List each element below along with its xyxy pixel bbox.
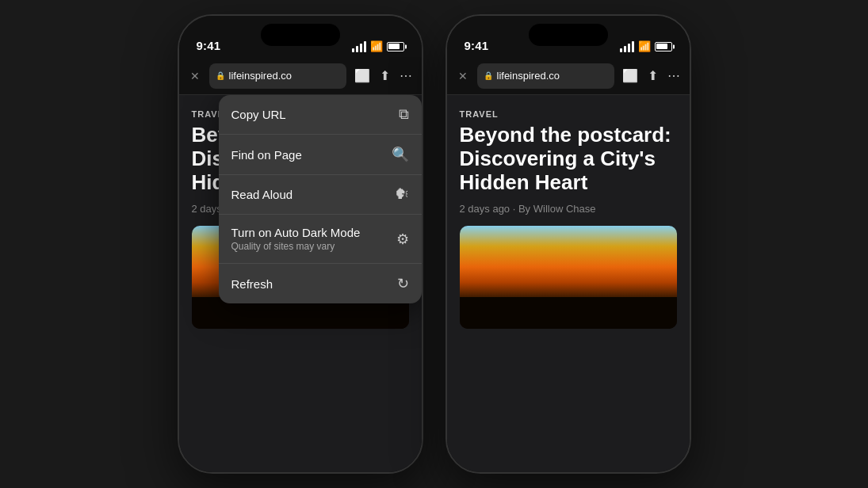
battery-icon-left <box>387 42 404 51</box>
content-label-right: TRAVEL <box>460 109 677 119</box>
search-icon: 🔍 <box>392 146 409 163</box>
gear-icon: ⚙ <box>396 231 409 248</box>
bookmark-button-right[interactable]: ⬜ <box>621 67 640 85</box>
battery-icon-right <box>655 42 672 51</box>
close-button-right[interactable]: ✕ <box>455 67 471 86</box>
content-meta-right: 2 days ago · By Willow Chase <box>460 203 677 215</box>
share-button-left[interactable]: ⬆ <box>378 67 392 85</box>
close-button-left[interactable]: ✕ <box>187 67 203 86</box>
signal-icon-right <box>620 41 634 52</box>
dropdown-menu: Copy URL ⧉ Find on Page 🔍 Read Aloud 🗣 T… <box>219 95 422 303</box>
wifi-icon-right: 📶 <box>638 40 651 52</box>
more-button-left[interactable]: ⋯ <box>398 67 414 85</box>
browser-bar-right: ✕ 🔒 lifeinspired.co ⬜ ⬆ ⋯ <box>447 57 690 95</box>
lock-icon-right: 🔒 <box>484 71 493 80</box>
menu-item-copy-url-label: Copy URL <box>231 108 286 121</box>
right-phone: 9:41 📶 ✕ 🔒 lifeinspired.co ⬜ ⬆ ⋯ TRAVEL … <box>445 14 691 474</box>
menu-item-refresh[interactable]: Refresh ↻ <box>219 264 422 303</box>
read-aloud-icon: 🗣 <box>395 186 409 203</box>
page-content-right: TRAVEL Beyond the postcard: Discovering … <box>447 95 690 472</box>
page-content-left: TRAVEL BeyondDiscov...Hidde... 2 days ag… <box>179 95 422 472</box>
menu-item-dark-label: Turn on Auto Dark Mode <box>231 226 361 239</box>
menu-item-find-on-page[interactable]: Find on Page 🔍 <box>219 135 422 175</box>
wifi-icon-left: 📶 <box>370 40 383 52</box>
left-phone: 9:41 📶 ✕ 🔒 lifeinspired.co ⬜ ⬆ ⋯ TRAVEL … <box>178 14 423 474</box>
bookmark-button-left[interactable]: ⬜ <box>353 67 372 85</box>
menu-item-auto-dark[interactable]: Turn on Auto Dark Mode Quality of sites … <box>219 215 422 264</box>
lock-icon-left: 🔒 <box>216 71 225 80</box>
status-icons-left: 📶 <box>352 40 404 52</box>
content-title-right: Beyond the postcard: Discovering a City'… <box>460 124 677 195</box>
url-text-left: lifeinspired.co <box>229 70 293 82</box>
browser-actions-right: ⬜ ⬆ ⋯ <box>621 67 682 85</box>
address-bar-left[interactable]: 🔒 lifeinspired.co <box>209 63 346 89</box>
share-button-right[interactable]: ⬆ <box>646 67 660 85</box>
browser-bar-left: ✕ 🔒 lifeinspired.co ⬜ ⬆ ⋯ <box>179 57 422 95</box>
status-time-left: 9:41 <box>197 39 221 52</box>
copy-icon: ⧉ <box>399 106 409 123</box>
signal-icon-left <box>352 41 366 52</box>
dynamic-island-left <box>261 24 340 46</box>
url-text-right: lifeinspired.co <box>497 70 560 82</box>
browser-actions-left: ⬜ ⬆ ⋯ <box>353 67 414 85</box>
address-bar-right[interactable]: 🔒 lifeinspired.co <box>477 63 614 89</box>
menu-item-read-label: Read Aloud <box>231 188 293 201</box>
more-button-right[interactable]: ⋯ <box>666 67 682 85</box>
status-time-right: 9:41 <box>465 39 489 52</box>
menu-item-copy-url[interactable]: Copy URL ⧉ <box>219 95 422 135</box>
menu-item-refresh-label: Refresh <box>231 277 273 291</box>
menu-item-find-label: Find on Page <box>231 148 302 162</box>
refresh-icon: ↻ <box>397 275 409 292</box>
menu-item-dark-subtitle: Quality of sites may vary <box>231 241 361 252</box>
sunset-image-right <box>460 226 677 329</box>
menu-item-read-aloud[interactable]: Read Aloud 🗣 <box>219 175 422 215</box>
dynamic-island-right <box>529 24 608 46</box>
status-icons-right: 📶 <box>620 40 672 52</box>
